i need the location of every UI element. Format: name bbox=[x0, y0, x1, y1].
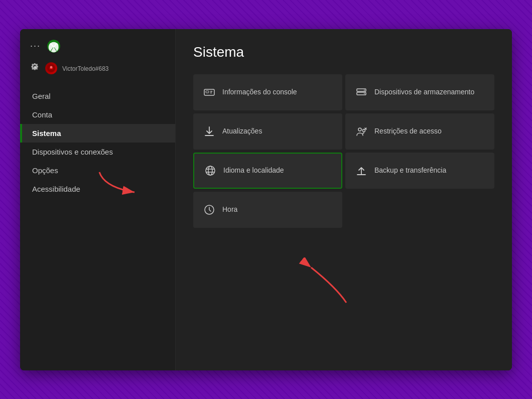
grid-item-hora-label: Hora bbox=[222, 205, 237, 214]
user-tag-text: #683 bbox=[95, 65, 109, 72]
svg-point-15 bbox=[206, 166, 215, 175]
grid-item-armazenamento[interactable]: Dispositivos de armazenamento bbox=[345, 74, 494, 110]
menu-dots-icon[interactable]: ··· bbox=[30, 41, 41, 51]
gear-icon[interactable] bbox=[30, 62, 40, 75]
username: VictorToledo#683 bbox=[62, 64, 109, 72]
sidebar-item-sistema[interactable]: Sistema bbox=[20, 124, 175, 143]
storage-icon bbox=[355, 86, 367, 98]
grid-item-atualizacoes[interactable]: Atualizações bbox=[193, 113, 342, 150]
globe-icon bbox=[204, 165, 216, 177]
console-icon bbox=[203, 86, 215, 98]
sidebar-item-opcoes[interactable]: Opções bbox=[20, 161, 175, 180]
svg-point-11 bbox=[358, 128, 361, 131]
svg-point-2 bbox=[50, 66, 53, 69]
svg-rect-4 bbox=[206, 91, 209, 93]
grid-item-backup[interactable]: Backup e transferência bbox=[345, 153, 494, 189]
xbox-logo-icon bbox=[47, 39, 61, 53]
grid-item-armazenamento-label: Dispositivos de armazenamento bbox=[374, 87, 474, 96]
grid-item-restricoes-label: Restrições de acesso bbox=[374, 126, 442, 136]
sidebar-item-geral[interactable]: Geral bbox=[20, 87, 175, 105]
page-title: Sistema bbox=[193, 44, 494, 60]
grid-item-idioma[interactable]: Idioma e localidade bbox=[193, 153, 342, 189]
sidebar-navigation: Geral Conta Sistema Dispositivos e conex… bbox=[20, 83, 175, 202]
grid-item-hora[interactable]: Hora bbox=[193, 192, 342, 228]
grid-item-idioma-label: Idioma e localidade bbox=[223, 166, 284, 175]
sidebar: ··· bbox=[20, 29, 176, 370]
sidebar-item-acessibilidade[interactable]: Acessibilidade bbox=[20, 180, 175, 198]
avatar bbox=[45, 62, 57, 74]
user-name-text: VictorToledo bbox=[62, 65, 95, 72]
user-row[interactable]: VictorToledo#683 bbox=[20, 58, 175, 83]
grid-item-atualizacoes-label: Atualizações bbox=[222, 126, 262, 136]
main-content: Sistema Informações do console bbox=[176, 29, 512, 370]
clock-icon bbox=[203, 204, 215, 216]
grid-item-informacoes[interactable]: Informações do console bbox=[193, 74, 342, 110]
sidebar-item-dispositivos[interactable]: Dispositivos e conexões bbox=[20, 143, 175, 161]
app-window: ··· bbox=[20, 29, 512, 370]
restrictions-icon bbox=[355, 125, 367, 138]
grid-item-informacoes-label: Informações do console bbox=[222, 87, 297, 96]
sidebar-item-conta[interactable]: Conta bbox=[20, 105, 175, 124]
upload-icon bbox=[355, 165, 367, 177]
grid-item-restricoes[interactable]: Restrições de acesso bbox=[345, 113, 494, 150]
svg-point-10 bbox=[364, 93, 365, 94]
sidebar-header: ··· bbox=[20, 29, 175, 58]
settings-grid: Informações do console Dispositivos de a… bbox=[193, 74, 494, 228]
svg-point-16 bbox=[208, 166, 212, 175]
svg-point-9 bbox=[364, 89, 365, 90]
download-icon bbox=[203, 125, 215, 138]
grid-item-backup-label: Backup e transferência bbox=[374, 166, 446, 175]
